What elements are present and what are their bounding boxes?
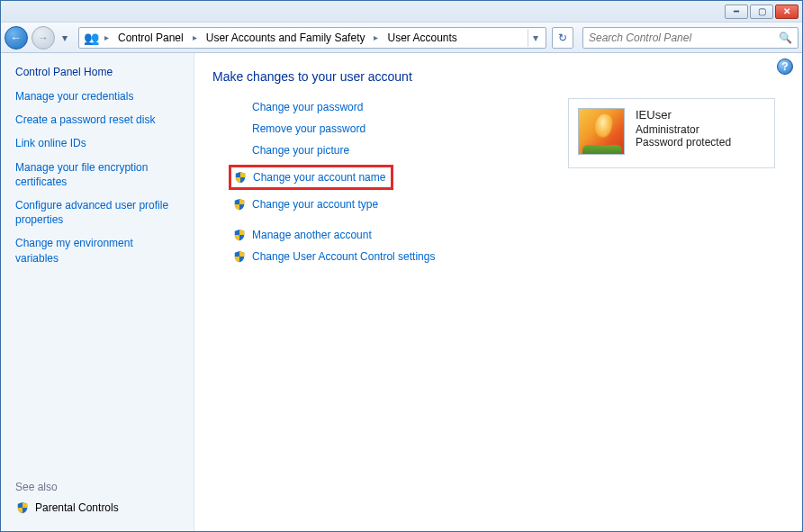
shield-icon — [15, 500, 30, 515]
sidebar: Control Panel Home Manage your credentia… — [1, 53, 194, 531]
action-change-account-name[interactable]: Change your account name — [233, 170, 385, 185]
forward-button[interactable]: → — [32, 26, 55, 50]
arrow-right-icon: → — [38, 32, 49, 44]
help-icon: ? — [781, 60, 788, 73]
back-button[interactable]: ← — [5, 26, 28, 50]
action-manage-another[interactable]: Manage another account — [232, 228, 784, 242]
action-label: Change your account name — [253, 171, 385, 184]
close-icon: ✕ — [783, 7, 790, 16]
user-accounts-icon: 👥 — [83, 30, 99, 46]
maximize-button[interactable]: ▢ — [750, 5, 773, 19]
user-role: Administrator — [636, 123, 731, 136]
see-also-label: See also — [15, 481, 183, 493]
breadcrumb-item[interactable]: Control Panel — [114, 30, 187, 46]
sidebar-link-reset-disk[interactable]: Create a password reset disk — [15, 113, 177, 127]
address-bar[interactable]: 👥 ▸ Control Panel ▸ User Accounts and Fa… — [78, 27, 546, 49]
sidebar-link-online-ids[interactable]: Link online IDs — [15, 136, 177, 150]
shield-icon — [232, 228, 247, 242]
arrow-left-icon: ← — [11, 32, 22, 44]
highlight-annotation: Change your account name — [229, 165, 393, 190]
page-title: Make changes to your user account — [212, 69, 784, 84]
address-dropdown[interactable]: ▾ — [528, 29, 542, 47]
navigation-bar: ← → ▾ 👥 ▸ Control Panel ▸ User Accounts … — [1, 23, 802, 53]
user-avatar — [578, 108, 625, 155]
sidebar-link-env-vars[interactable]: Change my environment variables — [15, 236, 177, 265]
shield-icon — [233, 170, 248, 185]
sidebar-link-credentials[interactable]: Manage your credentials — [15, 89, 177, 104]
action-label: Change User Account Control settings — [252, 250, 435, 263]
titlebar: ━ ▢ ✕ — [1, 1, 802, 23]
action-label: Change your password — [252, 101, 363, 113]
breadcrumb-item[interactable]: User Accounts and Family Safety — [203, 30, 369, 46]
close-button[interactable]: ✕ — [775, 5, 798, 19]
action-label: Manage another account — [252, 229, 372, 241]
user-name: IEUser — [636, 108, 731, 122]
sidebar-link-encryption[interactable]: Manage your file encryption certificates — [15, 160, 177, 189]
content-area: ? Make changes to your user account Chan… — [194, 53, 802, 531]
refresh-button[interactable]: ↻ — [552, 27, 573, 49]
chevron-right-icon: ▸ — [103, 32, 111, 42]
sidebar-link-profile-props[interactable]: Configure advanced user profile properti… — [15, 198, 177, 227]
search-icon[interactable]: 🔍 — [779, 32, 792, 44]
breadcrumb-item[interactable]: User Accounts — [383, 30, 460, 46]
window-body: Control Panel Home Manage your credentia… — [1, 53, 802, 531]
help-button[interactable]: ? — [777, 59, 793, 75]
user-protection: Password protected — [636, 136, 731, 149]
parental-controls-link[interactable]: Parental Controls — [15, 500, 183, 515]
parental-controls-label: Parental Controls — [35, 501, 119, 514]
chevron-right-icon: ▸ — [372, 32, 380, 42]
shield-icon — [232, 249, 247, 264]
user-info: IEUser Administrator Password protected — [636, 108, 731, 149]
action-change-uac[interactable]: Change User Account Control settings — [232, 249, 784, 264]
control-panel-home-link[interactable]: Control Panel Home — [15, 66, 183, 78]
action-label: Change your account type — [252, 198, 378, 211]
chevron-right-icon: ▸ — [191, 32, 199, 42]
shield-icon — [232, 197, 247, 212]
action-change-account-type[interactable]: Change your account type — [232, 197, 784, 212]
control-panel-window: ━ ▢ ✕ ← → ▾ 👥 ▸ Control Panel ▸ User Acc… — [0, 0, 803, 532]
minimize-icon: ━ — [734, 7, 739, 16]
chevron-down-icon: ▾ — [62, 32, 68, 44]
history-dropdown[interactable]: ▾ — [59, 32, 71, 44]
user-account-card: IEUser Administrator Password protected — [568, 98, 775, 168]
action-label: Remove your password — [252, 122, 365, 135]
search-box[interactable]: 🔍 — [582, 27, 798, 49]
search-input[interactable] — [589, 32, 779, 44]
action-list-secondary: Manage another account Change User Accou… — [232, 228, 784, 264]
action-label: Change your picture — [252, 144, 349, 157]
maximize-icon: ▢ — [758, 7, 766, 16]
refresh-icon: ↻ — [558, 32, 567, 44]
minimize-button[interactable]: ━ — [725, 5, 748, 19]
